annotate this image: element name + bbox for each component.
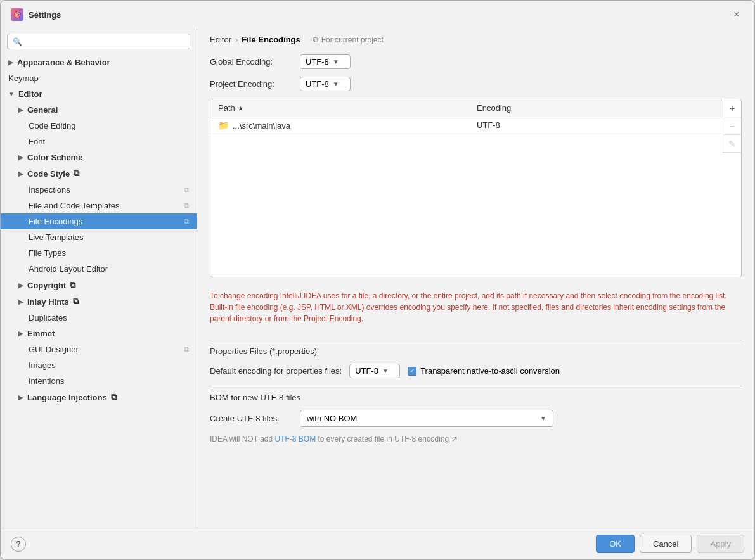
sidebar-item-label: Inspections <box>29 185 70 194</box>
sidebar-item-label: Live Templates <box>29 232 83 242</box>
edit-row-button[interactable]: ✎ <box>723 135 741 153</box>
sidebar-item-label: Appearance & Behavior <box>17 58 110 67</box>
ok-button[interactable]: OK <box>596 535 635 553</box>
main-content: Editor › File Encodings ⧉ For current pr… <box>197 29 754 528</box>
create-utf8-row: Create UTF-8 files: with NO BOM ▼ <box>210 410 742 427</box>
close-button[interactable]: × <box>729 7 744 22</box>
sidebar-item-inspections[interactable]: Inspections ⧉ <box>1 182 197 198</box>
note-prefix: IDEA will NOT add <box>210 435 274 443</box>
sidebar-item-code-style[interactable]: Code Style ⧉ <box>1 165 197 182</box>
sidebar-item-label: Editor <box>18 89 42 99</box>
create-utf8-label: Create UTF-8 files: <box>210 414 292 423</box>
sidebar-item-label: Copyright <box>27 281 66 290</box>
project-encoding-select[interactable]: UTF-8 ▼ <box>300 77 351 91</box>
table-header: Path Encoding <box>210 99 723 117</box>
sidebar-item-label: Font <box>29 137 45 146</box>
bom-create-select[interactable]: with NO BOM ▼ <box>300 410 553 427</box>
sidebar-item-label: Android Layout Editor <box>29 264 108 274</box>
props-encoding-value: UTF-8 <box>355 366 378 376</box>
search-box[interactable]: 🔍 <box>7 34 190 49</box>
bom-section: BOM for new UTF-8 files Create UTF-8 fil… <box>210 386 742 443</box>
dropdown-arrow-icon: ▼ <box>333 80 339 87</box>
encodings-table: Path Encoding 📁 ...\src\main\java <box>210 99 742 277</box>
sidebar-item-live-templates[interactable]: Live Templates <box>1 229 197 245</box>
breadcrumb-project-label: For current project <box>321 35 384 44</box>
sidebar-item-emmet[interactable]: Emmet <box>1 326 197 341</box>
arrow-icon <box>18 298 23 305</box>
sidebar-item-android-layout-editor[interactable]: Android Layout Editor <box>1 261 197 277</box>
transparent-checkbox-item: ✓ Transparent native-to-ascii conversion <box>408 366 560 376</box>
copy-icon: ⧉ <box>184 186 189 194</box>
col-path[interactable]: Path <box>210 103 469 113</box>
copy-icon: ⧉ <box>184 217 189 226</box>
arrow-icon <box>18 394 23 401</box>
sidebar-item-keymap[interactable]: Keymap <box>1 70 197 86</box>
copy-icon: ⧉ <box>74 169 79 179</box>
global-encoding-select[interactable]: UTF-8 ▼ <box>300 54 351 69</box>
project-encoding-label: Project Encoding: <box>210 79 292 89</box>
apply-button[interactable]: Apply <box>697 535 744 553</box>
sidebar-item-intentions[interactable]: Intentions <box>1 373 197 389</box>
footer-left: ? <box>11 537 26 552</box>
col-encoding[interactable]: Encoding <box>469 103 723 113</box>
dropdown-arrow-icon: ▼ <box>333 58 339 65</box>
sidebar-item-label: Intentions <box>29 376 64 386</box>
sidebar-item-file-types[interactable]: File Types <box>1 245 197 261</box>
sidebar-item-font[interactable]: Font <box>1 134 197 150</box>
sidebar-item-general[interactable]: General <box>1 102 197 118</box>
sidebar-item-duplicates[interactable]: Duplicates <box>1 310 197 326</box>
arrow-icon <box>18 106 23 113</box>
sidebar-item-label: File and Code Templates <box>29 201 120 210</box>
breadcrumb-separator: › <box>235 35 238 44</box>
breadcrumb-parent[interactable]: Editor <box>210 35 231 44</box>
sidebar-item-label: Keymap <box>8 73 39 83</box>
arrow-icon <box>18 330 23 337</box>
app-icon: 🎯 <box>11 8 23 21</box>
sidebar-item-inlay-hints[interactable]: Inlay Hints ⧉ <box>1 293 197 310</box>
transparent-checkbox[interactable]: ✓ <box>408 367 416 376</box>
folder-icon: 📁 <box>218 120 229 130</box>
sidebar-item-copyright[interactable]: Copyright ⧉ <box>1 277 197 293</box>
search-icon: 🔍 <box>13 37 22 46</box>
sidebar-item-label: File Encodings <box>29 217 82 226</box>
search-input[interactable] <box>26 37 184 46</box>
arrow-icon <box>8 91 15 98</box>
sidebar-item-file-encodings[interactable]: File Encodings ⧉ <box>1 213 197 229</box>
cancel-button[interactable]: Cancel <box>640 535 692 553</box>
project-icon: ⧉ <box>313 35 319 44</box>
title-bar: 🎯 Settings × <box>1 1 754 29</box>
dialog-footer: ? OK Cancel Apply <box>1 528 754 559</box>
sidebar-item-language-injections[interactable]: Language Injections ⧉ <box>1 389 197 405</box>
copy-icon: ⧉ <box>70 280 75 290</box>
sidebar-item-color-scheme[interactable]: Color Scheme <box>1 150 197 165</box>
add-row-button[interactable]: + <box>723 99 741 117</box>
sidebar-item-label: GUI Designer <box>29 345 79 354</box>
arrow-icon <box>8 59 13 66</box>
remove-row-button[interactable]: − <box>723 117 741 135</box>
sidebar-item-file-code-templates[interactable]: File and Code Templates ⧉ <box>1 198 197 213</box>
transparent-label: Transparent native-to-ascii conversion <box>420 366 560 376</box>
bom-note: IDEA will NOT add UTF-8 BOM to every cre… <box>210 435 742 443</box>
copy-icon: ⧉ <box>73 296 79 307</box>
note-suffix: to every created file in UTF-8 encoding … <box>316 435 457 443</box>
sidebar-item-code-editing[interactable]: Code Editing <box>1 118 197 134</box>
sidebar-item-editor[interactable]: Editor <box>1 86 197 102</box>
table-row[interactable]: 📁 ...\src\main\java UTF-8 <box>210 117 723 134</box>
sidebar-item-gui-designer[interactable]: GUI Designer ⧉ <box>1 341 197 357</box>
props-encoding-select[interactable]: UTF-8 ▼ <box>349 364 400 378</box>
copy-icon: ⧉ <box>111 392 117 402</box>
sidebar-item-images[interactable]: Images <box>1 357 197 373</box>
content-area: Global Encoding: UTF-8 ▼ Project Encodin… <box>197 44 754 528</box>
global-encoding-label: Global Encoding: <box>210 57 292 67</box>
help-button[interactable]: ? <box>11 537 26 552</box>
dropdown-arrow-icon: ▼ <box>540 415 546 422</box>
sidebar-item-label: Language Injections <box>27 393 107 402</box>
table-empty-space <box>210 134 723 274</box>
project-encoding-value: UTF-8 <box>306 79 329 89</box>
arrow-icon <box>18 154 23 161</box>
table-actions: + − ✎ <box>723 99 741 153</box>
utf8-bom-link[interactable]: UTF-8 BOM <box>274 435 316 443</box>
copy-icon: ⧉ <box>184 345 189 353</box>
sidebar-item-appearance[interactable]: Appearance & Behavior <box>1 54 197 70</box>
breadcrumb-project: ⧉ For current project <box>313 35 384 44</box>
